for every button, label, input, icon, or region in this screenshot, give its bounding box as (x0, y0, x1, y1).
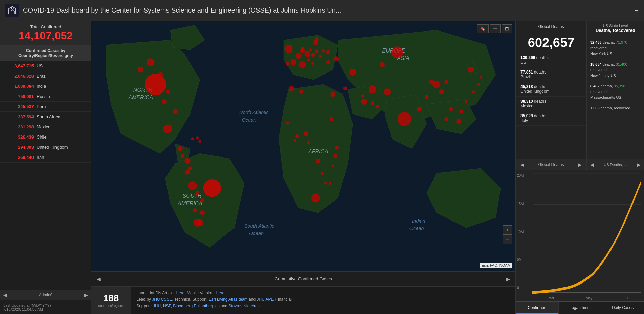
list-item[interactable]: 2,046,328Brazil (0, 71, 91, 81)
stats-item: 139,266 deathsUS (516, 53, 586, 67)
sidebar-footer: Last Updated at (M/D/YYYY) 7/18/2020, 11… (0, 300, 91, 314)
russia-dot (391, 46, 403, 58)
chart-y-label: 15M (517, 202, 524, 206)
list-item[interactable]: 1,039,084India (0, 81, 91, 91)
last-updated-label: Last Updated at (M/D/YYYY) (3, 303, 88, 307)
stavros-link[interactable]: Stavros Niarchos (228, 303, 259, 308)
global-deaths-prev[interactable]: ◀ (520, 162, 524, 167)
nsf-link[interactable]: NSF (163, 303, 171, 308)
jhu-link[interactable]: JHU (153, 303, 161, 308)
pakistan-dot (384, 88, 391, 95)
list-item[interactable]: 3,647,715US (0, 61, 91, 71)
lancet-link[interactable]: Here (176, 291, 184, 295)
svg-point-12 (315, 49, 319, 54)
sidebar-nav-prev[interactable]: ◀ (3, 292, 7, 298)
svg-point-14 (380, 62, 385, 67)
argentina-dot (196, 219, 203, 226)
main-layout: Total Confirmed 14,107,052 Confirmed Cas… (0, 21, 644, 314)
esri-link[interactable]: Esri Living Atlas team (209, 297, 248, 302)
list-item[interactable]: 326,439Chile (0, 132, 91, 142)
svg-point-23 (316, 159, 321, 164)
jhu-csse-link[interactable]: JHU CSSE (152, 297, 172, 302)
countries-count-box: 188 countries/regions (91, 287, 131, 314)
chart-tabs: ConfirmedLogarithmicDaily Cases (516, 301, 644, 314)
list-item[interactable]: 331,298Mexico (0, 122, 91, 132)
chart-tab-logarithmic[interactable]: Logarithmic (559, 302, 602, 314)
us-nav-next[interactable]: ▶ (637, 162, 641, 167)
svg-point-51 (166, 90, 170, 94)
sidebar-nav-next[interactable]: ▶ (84, 292, 88, 298)
list-item-count: 337,594 (3, 114, 34, 119)
qr-btn[interactable]: ⊞ (502, 24, 512, 33)
list-item[interactable]: 345,537Peru (0, 102, 91, 112)
svg-point-32 (309, 48, 312, 51)
svg-point-27 (330, 117, 334, 121)
bookmark-btn[interactable]: 🔖 (477, 24, 489, 33)
info-text: Lancet Inf Dis Article: Here. Mobile Ver… (131, 287, 515, 314)
list-item-name: Russia (37, 94, 50, 99)
egypt-dot (331, 92, 336, 97)
svg-point-29 (324, 182, 327, 185)
total-confirmed-label: Total Confirmed (3, 24, 88, 29)
us-nav-prev[interactable]: ◀ (590, 162, 594, 167)
mobile-link[interactable]: Here (216, 291, 224, 295)
map-next-btn[interactable]: ▶ (506, 276, 510, 282)
list-item[interactable]: 758,001Russia (0, 91, 91, 102)
chart-y-label: 5M (517, 258, 524, 261)
svg-text:Ocean: Ocean (242, 117, 256, 123)
us-panel-subtitle: Deaths, Recovered (590, 28, 641, 33)
map-prev-btn[interactable]: ◀ (97, 276, 101, 282)
chart-y-label: 0 (517, 286, 524, 290)
bloomberg-link[interactable]: Bloomberg Philanthropies (173, 303, 219, 308)
svg-point-36 (307, 58, 310, 61)
south-atlantic-label: South Atlantic (244, 223, 275, 229)
africa-label: AFRICA (308, 148, 328, 154)
svg-point-61 (191, 137, 194, 140)
global-deaths-next[interactable]: ▶ (578, 162, 582, 167)
page-title: COVID-19 Dashboard by the Center for Sys… (23, 6, 634, 14)
list-item-count: 3,647,715 (3, 63, 34, 68)
svg-point-46 (472, 90, 475, 93)
zoom-in-btn[interactable]: + (503, 225, 512, 235)
svg-point-34 (319, 55, 322, 58)
chart-tab-daily-cases[interactable]: Daily Cases (601, 302, 644, 314)
menu-icon[interactable]: ≡ (634, 6, 639, 15)
list-item[interactable]: 269,440Iran (0, 152, 91, 163)
us-nav[interactable]: ◀ US Deaths, ... ▶ (587, 159, 644, 170)
svg-point-25 (289, 86, 294, 91)
article-text: Lancet Inf Dis Article: Here. Mobile Ver… (136, 290, 510, 296)
country-list: 3,647,715US2,046,328Brazil1,039,084India… (0, 61, 91, 290)
right-panel: Global Deaths 602,657 139,266 deathsUS77… (515, 21, 644, 314)
north-atlantic-label: North Atlantic (239, 110, 269, 115)
svg-text:Ocean: Ocean (249, 231, 264, 236)
right-top: Global Deaths 602,657 139,266 deathsUS77… (516, 21, 644, 170)
svg-point-37 (311, 62, 314, 65)
map-column: NORTH AMERICA SOUTH AMERICA ASIA EUROPE … (91, 21, 515, 314)
zoom-out-btn[interactable]: − (503, 235, 512, 244)
list-item[interactable]: 294,803United Kingdom (0, 142, 91, 152)
japan-dot (468, 67, 474, 72)
india-dot (398, 112, 412, 126)
list-item[interactable]: 337,594South Africa (0, 112, 91, 122)
svg-point-41 (425, 95, 429, 99)
list-item-count: 1,039,084 (3, 84, 34, 89)
sidebar-nav[interactable]: ◀ Admin0 ▶ (0, 290, 91, 300)
svg-point-52 (158, 72, 163, 77)
header: COVID-19 Dashboard by the Center for Sys… (0, 0, 644, 21)
list-item-name: South Africa (37, 114, 60, 119)
countries-count: 188 (103, 293, 119, 304)
list-btn[interactable]: ☰ (490, 24, 501, 33)
chart-tab-confirmed[interactable]: Confirmed (516, 302, 559, 314)
map-container[interactable]: NORTH AMERICA SOUTH AMERICA ASIA EUROPE … (91, 21, 515, 271)
world-map[interactable]: NORTH AMERICA SOUTH AMERICA ASIA EUROPE … (91, 21, 515, 271)
svg-point-11 (301, 47, 305, 51)
map-toolbar: 🔖 ☰ ⊞ (477, 24, 512, 33)
map-attribution: Esri, FAO, NOAA (480, 263, 512, 268)
global-deaths-nav[interactable]: ◀ Global Deaths ▶ (516, 159, 586, 170)
svg-point-15 (371, 101, 375, 105)
jhu-apl-link[interactable]: JHU APL (257, 297, 273, 302)
svg-point-47 (477, 83, 480, 86)
sidebar-subtitle: Confirmed Cases by Country/Region/Sovere… (0, 46, 91, 61)
list-item-count: 326,439 (3, 134, 34, 140)
lead-text: Lead by JHU CSSE. Technical Support: Esr… (136, 296, 510, 303)
